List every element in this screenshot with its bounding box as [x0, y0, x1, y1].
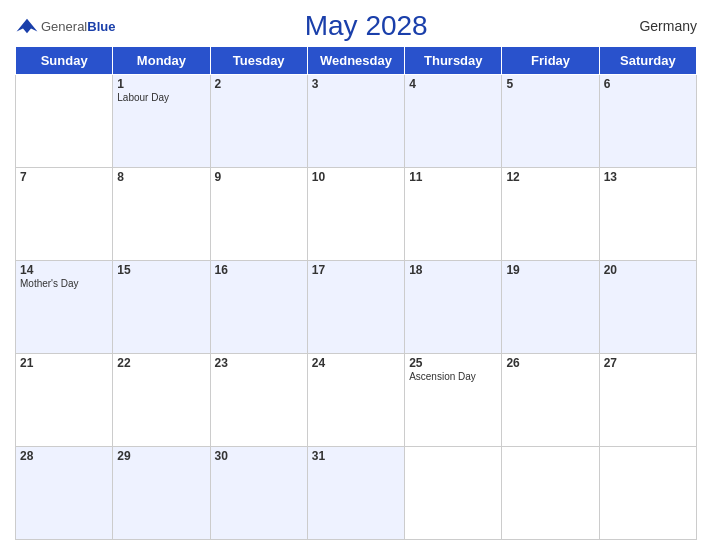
- event-label: Labour Day: [117, 92, 205, 103]
- day-number: 26: [506, 356, 594, 370]
- country-label: Germany: [617, 18, 697, 34]
- day-number: 13: [604, 170, 692, 184]
- day-number: 6: [604, 77, 692, 91]
- day-number: 9: [215, 170, 303, 184]
- calendar-cell: 14Mother's Day: [16, 261, 113, 354]
- day-number: 25: [409, 356, 497, 370]
- calendar-week-row: 28293031: [16, 447, 697, 540]
- weekday-header-monday: Monday: [113, 47, 210, 75]
- weekday-header-thursday: Thursday: [405, 47, 502, 75]
- weekday-header-row: SundayMondayTuesdayWednesdayThursdayFrid…: [16, 47, 697, 75]
- day-number: 12: [506, 170, 594, 184]
- event-label: Mother's Day: [20, 278, 108, 289]
- calendar-cell: 18: [405, 261, 502, 354]
- calendar-table: SundayMondayTuesdayWednesdayThursdayFrid…: [15, 46, 697, 540]
- day-number: 18: [409, 263, 497, 277]
- logo-blue-text: Blue: [87, 19, 115, 34]
- event-label: Ascension Day: [409, 371, 497, 382]
- day-number: 31: [312, 449, 400, 463]
- calendar-cell: 31: [307, 447, 404, 540]
- day-number: 11: [409, 170, 497, 184]
- day-number: 3: [312, 77, 400, 91]
- calendar-cell: 15: [113, 261, 210, 354]
- calendar-cell: [502, 447, 599, 540]
- day-number: 20: [604, 263, 692, 277]
- day-number: 8: [117, 170, 205, 184]
- calendar-cell: 19: [502, 261, 599, 354]
- day-number: 4: [409, 77, 497, 91]
- calendar-cell: 4: [405, 75, 502, 168]
- calendar-cell: 29: [113, 447, 210, 540]
- calendar-cell: 1Labour Day: [113, 75, 210, 168]
- day-number: 24: [312, 356, 400, 370]
- calendar-cell: 22: [113, 354, 210, 447]
- day-number: 7: [20, 170, 108, 184]
- day-number: 22: [117, 356, 205, 370]
- calendar-cell: 13: [599, 168, 696, 261]
- calendar-week-row: 1Labour Day23456: [16, 75, 697, 168]
- calendar-cell: 16: [210, 261, 307, 354]
- calendar-cell: 24: [307, 354, 404, 447]
- calendar-cell: 11: [405, 168, 502, 261]
- calendar-cell: 30: [210, 447, 307, 540]
- calendar-week-row: 2122232425Ascension Day2627: [16, 354, 697, 447]
- weekday-header-sunday: Sunday: [16, 47, 113, 75]
- calendar-cell: 12: [502, 168, 599, 261]
- day-number: 14: [20, 263, 108, 277]
- calendar-cell: 17: [307, 261, 404, 354]
- svg-marker-0: [17, 19, 38, 33]
- day-number: 28: [20, 449, 108, 463]
- calendar-cell: 23: [210, 354, 307, 447]
- calendar-cell: [405, 447, 502, 540]
- day-number: 17: [312, 263, 400, 277]
- calendar-cell: 28: [16, 447, 113, 540]
- day-number: 15: [117, 263, 205, 277]
- day-number: 30: [215, 449, 303, 463]
- calendar-cell: 26: [502, 354, 599, 447]
- calendar-cell: 25Ascension Day: [405, 354, 502, 447]
- logo: GeneralBlue: [15, 17, 115, 35]
- calendar-cell: 6: [599, 75, 696, 168]
- calendar-cell: 7: [16, 168, 113, 261]
- calendar-cell: 20: [599, 261, 696, 354]
- calendar-header: GeneralBlue May 2028 Germany: [15, 10, 697, 42]
- calendar-cell: 5: [502, 75, 599, 168]
- calendar-cell: 27: [599, 354, 696, 447]
- day-number: 19: [506, 263, 594, 277]
- day-number: 5: [506, 77, 594, 91]
- calendar-cell: 3: [307, 75, 404, 168]
- day-number: 21: [20, 356, 108, 370]
- day-number: 23: [215, 356, 303, 370]
- calendar-cell: [599, 447, 696, 540]
- logo-general-text: General: [41, 19, 87, 34]
- weekday-header-wednesday: Wednesday: [307, 47, 404, 75]
- calendar-cell: 10: [307, 168, 404, 261]
- day-number: 2: [215, 77, 303, 91]
- calendar-cell: 21: [16, 354, 113, 447]
- calendar-week-row: 78910111213: [16, 168, 697, 261]
- day-number: 16: [215, 263, 303, 277]
- day-number: 27: [604, 356, 692, 370]
- weekday-header-saturday: Saturday: [599, 47, 696, 75]
- calendar-cell: 2: [210, 75, 307, 168]
- calendar-week-row: 14Mother's Day151617181920: [16, 261, 697, 354]
- day-number: 1: [117, 77, 205, 91]
- weekday-header-tuesday: Tuesday: [210, 47, 307, 75]
- day-number: 29: [117, 449, 205, 463]
- calendar-cell: 9: [210, 168, 307, 261]
- calendar-cell: 8: [113, 168, 210, 261]
- day-number: 10: [312, 170, 400, 184]
- logo-bird-icon: [15, 17, 39, 35]
- weekday-header-friday: Friday: [502, 47, 599, 75]
- calendar-cell: [16, 75, 113, 168]
- page-title: May 2028: [115, 10, 617, 42]
